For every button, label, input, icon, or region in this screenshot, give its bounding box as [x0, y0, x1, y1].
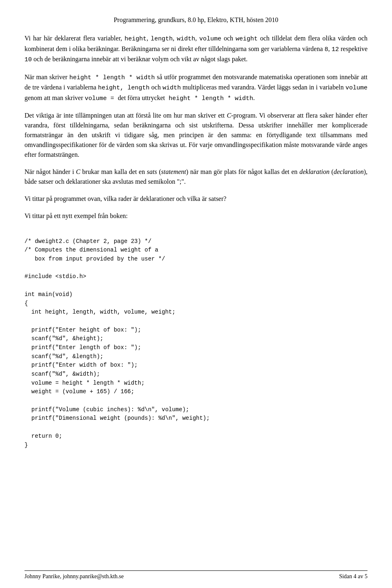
- code-printf1: printf("Enter height of box: ");: [24, 327, 141, 333]
- code-main-sig: int main(void): [24, 291, 73, 298]
- inline-code-length: length: [151, 36, 173, 42]
- inline-code-12: 12: [332, 46, 339, 53]
- paragraph-4: När något händer i C brukar man kalla de…: [24, 167, 368, 187]
- code-scanf1: scanf("%d", &height);: [24, 335, 103, 342]
- inline-code-10: 10: [24, 56, 32, 63]
- italic-c2: C: [76, 168, 80, 175]
- code-block: /* dweight2.c (Chapter 2, page 23) */ /*…: [24, 228, 368, 459]
- code-printf4: printf("Volume (cubic inches): %d\n", vo…: [24, 406, 189, 413]
- italic-declaration: declaration: [334, 168, 364, 175]
- inline-code-expr: height * length * width: [69, 74, 155, 81]
- inline-code-8: 8: [325, 46, 328, 53]
- code-scanf2: scanf("%d", &length);: [24, 353, 103, 360]
- paragraph-6: Vi tittar på ett nytt exempel från boken…: [24, 211, 368, 221]
- italic-sats: sats: [147, 168, 157, 175]
- inline-code-volume2: volume: [345, 85, 368, 91]
- code-comment2: /* Computes the dimensional weight of a: [24, 247, 158, 253]
- code-volume-calc: volume = height * length * width;: [24, 380, 145, 386]
- inline-code-width: width: [177, 36, 195, 42]
- code-comment3: box from input provided by the user */: [24, 256, 165, 262]
- italic-deklaration: deklaration: [299, 168, 330, 175]
- footer: Johnny Panrike, johnny.panrike@sth.kth.s…: [24, 570, 368, 580]
- page-title: Programmering, grundkurs, 8.0 hp, Elektr…: [24, 16, 368, 24]
- inline-code-assign: volume =: [85, 95, 118, 102]
- paragraph-5: Vi tittar på programmet ovan, vilka rade…: [24, 194, 368, 204]
- code-open-brace: {: [24, 300, 28, 307]
- inline-code-expr2: height * length * width: [165, 95, 253, 102]
- code-include: #include <stdio.h>: [24, 273, 86, 280]
- code-printf5: printf("Dimensional weight (pounds): %d\…: [24, 415, 210, 421]
- inline-code-volume: volume: [199, 36, 221, 42]
- page: Programmering, grundkurs, 8.0 hp, Elektr…: [0, 0, 392, 588]
- code-comment1: /* dweight2.c (Chapter 2, page 23) */: [24, 238, 151, 245]
- italic-c: C: [227, 112, 231, 119]
- code-return: return 0;: [24, 433, 62, 439]
- paragraph-2: När man skriver height * length * width …: [24, 72, 368, 104]
- code-printf3: printf("Enter width of box: ");: [24, 362, 138, 368]
- footer-left: Johnny Panrike, johnny.panrike@sth.kth.s…: [24, 573, 124, 580]
- paragraph-1: Vi har här deklarerat flera variabler, h…: [24, 33, 368, 65]
- footer-right: Sidan 4 av 5: [339, 573, 368, 580]
- paragraph-3: Det viktiga är inte tillämpningen utan a…: [24, 111, 368, 160]
- inline-code-vars: height, length: [98, 85, 149, 91]
- code-printf2: printf("Enter length of box: ");: [24, 344, 141, 351]
- inline-code-width2: width: [163, 85, 181, 91]
- code-decl: int height, length, width, volume, weigh…: [24, 309, 176, 315]
- inline-code-weight: weight: [236, 36, 258, 42]
- code-weight-calc: weight = (volume + 165) / 166;: [24, 388, 134, 395]
- inline-code-height: height: [125, 36, 147, 42]
- italic-statement: statement: [161, 168, 186, 175]
- code-scanf3: scanf("%d", &width);: [24, 371, 100, 377]
- code-close-brace: }: [24, 442, 28, 448]
